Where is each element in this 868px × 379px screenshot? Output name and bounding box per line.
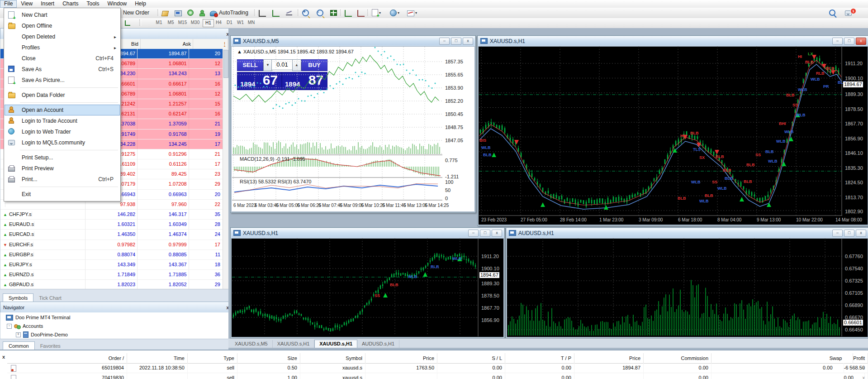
chart-tab[interactable]: XAUUSD.s,H1 <box>273 340 315 348</box>
autotrading-button[interactable]: AutoTrading <box>219 9 248 17</box>
menu-item[interactable]: Tools <box>83 0 104 8</box>
terminal-column-header[interactable]: S / L <box>437 353 505 363</box>
col-ask[interactable]: Ask <box>141 39 193 49</box>
timeframe-button[interactable]: H4 <box>213 19 224 26</box>
buy-button[interactable]: BUY <box>301 59 327 71</box>
market-watch-scrollbar[interactable] <box>223 49 229 289</box>
file-menu-item[interactable]: Close Ctrl+F4 <box>5 53 120 64</box>
chart-canvas-h1b[interactable] <box>231 238 504 337</box>
autotrading-icon[interactable] <box>210 9 217 17</box>
market-watch-row[interactable]: EURJPY.s 143.349 143.367 18 <box>0 260 223 270</box>
menu-item[interactable]: Insert <box>37 0 58 8</box>
file-menu-item[interactable]: Login to MQL5.community <box>5 137 120 148</box>
chart-canvas-aud[interactable] <box>507 238 868 337</box>
file-menu-item[interactable]: Print... Ctrl+P <box>5 174 120 185</box>
timeframe-button[interactable]: W1 <box>235 19 246 26</box>
menu-item[interactable]: Charts <box>58 0 82 8</box>
auto-scroll-icon[interactable] <box>345 9 352 17</box>
terminal-column-header[interactable]: T / P <box>505 353 574 363</box>
menu-item[interactable]: View <box>17 0 37 8</box>
close-position-icon[interactable]: x <box>863 373 865 379</box>
timeframe-button[interactable]: M15 <box>177 19 188 26</box>
chart-tab[interactable]: XAUUSD.s,H1 <box>314 340 357 348</box>
terminal-column-header[interactable]: Symbol <box>300 353 365 363</box>
candlestick-mode-icon[interactable] <box>272 9 280 17</box>
market-watch-row[interactable]: EURNZD.s 1.71849 1.71885 36 <box>0 270 223 280</box>
metaeditor-icon[interactable] <box>175 9 182 17</box>
signals-icon[interactable] <box>187 9 194 17</box>
charts-bar-icon[interactable] <box>125 19 130 27</box>
timeframe-button[interactable]: MN <box>246 19 256 26</box>
menu-item[interactable]: File <box>0 0 17 8</box>
templates-icon[interactable]: ▾ <box>407 9 417 17</box>
menu-item[interactable]: Window <box>104 0 131 8</box>
timeframe-button[interactable]: D1 <box>224 19 235 26</box>
collapse-icon[interactable]: - <box>7 324 12 329</box>
window-titlebar[interactable]: XAUUSD.s,H1 – □ x <box>231 228 504 238</box>
order-row[interactable]: 650198042022.11.18 10:38:50sell 0.50xauu… <box>7 363 868 373</box>
window-titlebar[interactable]: XAUUSD.s,H1 – □ x <box>478 36 868 46</box>
restore-button[interactable]: □ <box>844 230 854 237</box>
tree-item-terminal[interactable]: Doo Prime MT4 Terminal <box>6 313 70 321</box>
terminal-column-header[interactable]: Swap <box>711 353 853 363</box>
chart-tab[interactable]: AUDUSD.s,H1 <box>357 340 399 348</box>
terminal-column-header[interactable]: Commission <box>644 353 711 363</box>
terminal-column-header[interactable]: Price <box>574 353 644 363</box>
panel-tab[interactable]: Common <box>3 341 35 350</box>
file-menu-item[interactable]: Save As Ctrl+S <box>5 64 120 75</box>
timeframe-button[interactable]: H1 <box>203 19 214 27</box>
file-menu-item[interactable]: Login to Trade Account <box>5 115 120 126</box>
market-watch-row[interactable]: EURCHF.s 0.97982 0.97999 17 <box>0 240 223 250</box>
restore-button[interactable]: □ <box>844 38 854 45</box>
close-button[interactable]: x <box>492 230 502 237</box>
file-menu-item[interactable]: Profiles <box>5 42 120 53</box>
close-button[interactable]: x <box>463 38 473 45</box>
menu-item[interactable]: Help <box>131 0 150 8</box>
volume-increase-button[interactable]: ▲ <box>292 59 301 71</box>
buy-price-panel[interactable]: 1894 87 <box>282 72 327 90</box>
market-watch-row[interactable]: GBPAUD.s 1.82023 1.82052 29 <box>0 280 223 289</box>
search-icon[interactable] <box>829 9 835 17</box>
file-menu-item[interactable]: Open Data Folder <box>5 90 120 101</box>
minimize-button[interactable]: – <box>468 230 479 237</box>
terminal-column-header[interactable]: Price <box>365 353 437 363</box>
history-center-icon[interactable] <box>162 9 168 17</box>
terminal-column-header[interactable]: Size <box>237 353 300 363</box>
timeframe-button[interactable]: M1 <box>154 19 164 26</box>
panel-tab[interactable]: Symbols <box>3 293 33 302</box>
zoom-in-icon[interactable]: + <box>302 9 309 17</box>
restore-button[interactable]: □ <box>451 38 461 45</box>
volume-input[interactable]: 0.01 <box>271 59 293 70</box>
file-menu-item[interactable]: Print Setup... <box>5 152 120 163</box>
minimize-button[interactable]: – <box>439 38 450 45</box>
panel-tab[interactable]: Favorites <box>35 342 66 350</box>
tree-item-account-demo[interactable]: + DooPrime-Demo <box>16 331 68 339</box>
sell-price-panel[interactable]: 1894 67 <box>237 72 282 90</box>
terminal-close-icon[interactable]: x <box>2 354 5 360</box>
file-menu-item[interactable]: Exit <box>5 189 120 200</box>
file-menu-item[interactable]: Open Offline <box>5 20 120 31</box>
zoom-out-icon[interactable]: - <box>317 9 323 17</box>
close-position-icon[interactable]: x <box>863 363 865 373</box>
sell-button[interactable]: SELL <box>237 59 263 71</box>
restore-button[interactable]: □ <box>480 230 490 237</box>
market-watch-row[interactable]: EURAUD.s 1.60321 1.60349 28 <box>0 220 223 230</box>
minimize-button[interactable]: – <box>832 230 843 237</box>
line-chart-mode-icon[interactable] <box>286 9 292 17</box>
file-menu-item[interactable]: Login to Web Trader <box>5 126 120 137</box>
file-menu-item[interactable]: Save As Picture... <box>5 75 120 86</box>
indicators-icon[interactable]: ▾ <box>372 9 381 17</box>
tree-item-accounts[interactable]: - Accounts <box>7 322 43 330</box>
terminal-column-header[interactable]: Time <box>127 353 188 363</box>
chart-canvas-h1[interactable] <box>478 46 868 225</box>
close-button[interactable]: x <box>856 230 866 237</box>
file-menu-item[interactable]: New Chart <box>5 10 120 20</box>
bar-chart-mode-icon[interactable] <box>259 9 266 17</box>
file-menu-item[interactable]: Open Deleted <box>5 31 120 42</box>
terminal-column-header[interactable]: Type <box>188 353 237 363</box>
window-titlebar[interactable]: XAUUSD.s,M5 – □ x <box>231 36 475 46</box>
volume-decrease-button[interactable]: ▼ <box>263 59 272 71</box>
file-menu-item[interactable]: Open an Account <box>5 105 120 115</box>
file-menu-item[interactable]: Print Preview <box>5 163 120 174</box>
market-watch-row[interactable]: EURGBP.s 0.88074 0.88085 11 <box>0 250 223 260</box>
